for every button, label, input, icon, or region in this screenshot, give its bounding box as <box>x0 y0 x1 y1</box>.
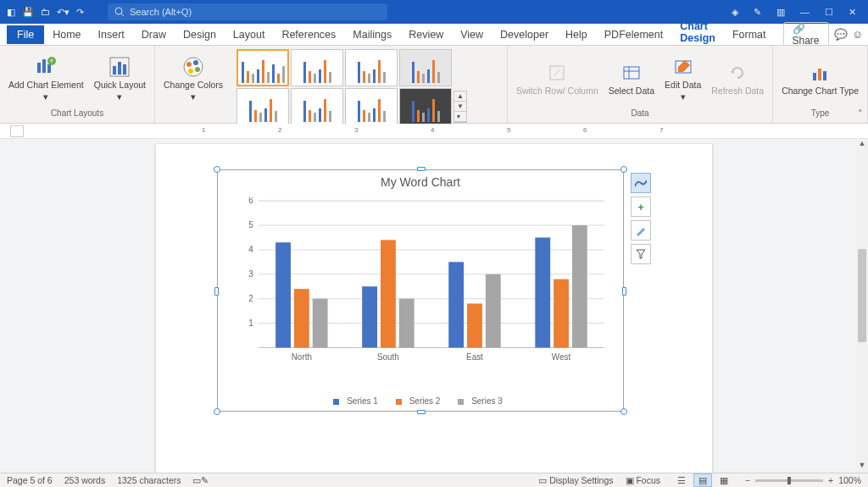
tab-developer[interactable]: Developer <box>492 29 557 41</box>
chart-styles-icon[interactable] <box>631 220 651 241</box>
svg-text:East: East <box>466 352 483 362</box>
comments-icon[interactable]: 💬 <box>834 28 848 41</box>
char-count[interactable]: 1325 characters <box>117 475 181 485</box>
chart-style-1[interactable] <box>236 49 289 86</box>
chart-style-5[interactable] <box>236 88 289 125</box>
group-data: Switch Row/ Column Select Data Edit Data… <box>508 46 773 123</box>
page-indicator[interactable]: Page 5 of 6 <box>7 475 53 485</box>
tab-file[interactable]: File <box>7 25 44 44</box>
svg-rect-17 <box>624 67 639 79</box>
svg-text:South: South <box>377 352 399 362</box>
view-print-icon[interactable]: ▤ <box>693 473 712 487</box>
svg-rect-22 <box>818 69 821 80</box>
chart-style-2[interactable] <box>291 49 343 86</box>
resize-handle[interactable] <box>417 167 426 171</box>
change-chart-type-button[interactable]: Change Chart Type <box>778 59 862 98</box>
share-button[interactable]: 🔗 Share <box>783 22 829 47</box>
chart-layout-options-icon[interactable] <box>631 173 651 193</box>
edit-data-button[interactable]: Edit Data▾ <box>661 53 704 103</box>
switch-row-column-button: Switch Row/ Column <box>513 59 602 98</box>
tab-references[interactable]: References <box>273 29 344 41</box>
gallery-scroll[interactable]: ▲▼▾ <box>453 91 467 123</box>
view-web-icon[interactable]: ▦ <box>715 473 733 487</box>
chart-legend[interactable]: Series 1 Series 2 Series 3 <box>218 396 623 406</box>
svg-text:2: 2 <box>248 294 253 303</box>
resize-handle[interactable] <box>214 166 220 173</box>
quick-layout-button[interactable]: Quick Layout▾ <box>91 53 149 103</box>
folder-icon[interactable]: 🗀 <box>41 7 50 18</box>
focus-mode[interactable]: ▣ Focus <box>626 475 661 485</box>
tab-pdfelement[interactable]: PDFelement <box>596 29 671 41</box>
undo-icon[interactable]: ↶▾ <box>57 7 70 18</box>
resize-handle[interactable] <box>214 408 220 415</box>
chart-style-6[interactable] <box>291 88 343 125</box>
pen-icon[interactable]: ✎ <box>754 7 761 18</box>
view-read-icon[interactable]: ☰ <box>672 473 691 487</box>
feedback-icon[interactable]: ☺ <box>853 29 864 41</box>
ruler-corner[interactable] <box>10 125 24 137</box>
tab-insert[interactable]: Insert <box>90 29 133 41</box>
chart-style-8[interactable] <box>399 88 452 125</box>
svg-point-14 <box>195 67 200 72</box>
tab-chart-design[interactable]: Chart Design <box>671 20 724 48</box>
display-settings[interactable]: ▭ Display Settings <box>538 475 613 485</box>
ribbon-display-icon[interactable]: ▥ <box>776 7 785 18</box>
scroll-down-icon[interactable]: ▼ <box>856 461 868 473</box>
tab-help[interactable]: Help <box>557 29 596 41</box>
vertical-scrollbar[interactable]: ▲ ▼ <box>856 139 868 473</box>
resize-handle[interactable] <box>214 287 219 296</box>
page[interactable]: My Word Chart 123456NorthSouthEastWest S… <box>156 144 712 473</box>
spellcheck-icon[interactable]: ▭✎ <box>192 475 209 485</box>
ruler-track[interactable]: 1 2 3 4 5 6 7 <box>142 125 868 137</box>
tab-mailings[interactable]: Mailings <box>344 29 400 41</box>
chart-style-7[interactable] <box>345 88 398 125</box>
tab-review[interactable]: Review <box>400 29 452 41</box>
zoom-out-icon[interactable]: − <box>745 475 750 485</box>
maximize-icon[interactable]: ☐ <box>825 7 833 18</box>
zoom-level[interactable]: 100% <box>838 475 861 485</box>
svg-rect-10 <box>123 64 126 75</box>
tab-view[interactable]: View <box>452 29 492 41</box>
svg-rect-21 <box>813 73 816 80</box>
zoom-control[interactable]: − + 100% <box>745 475 861 485</box>
redo-icon[interactable]: ↷ <box>76 7 84 18</box>
collapse-ribbon-icon[interactable]: ˄ <box>858 108 863 119</box>
tab-draw[interactable]: Draw <box>133 29 175 41</box>
resize-handle[interactable] <box>622 287 626 296</box>
save-icon[interactable]: 💾 <box>22 7 34 18</box>
chart-filters-icon[interactable] <box>631 244 651 264</box>
refresh-data-button: Refresh Data <box>708 59 767 98</box>
search-box[interactable]: Search (Alt+Q) <box>108 3 387 20</box>
zoom-in-icon[interactable]: + <box>828 475 833 485</box>
chart-style-4[interactable] <box>399 49 452 86</box>
svg-rect-45 <box>448 262 464 347</box>
close-icon[interactable]: ✕ <box>849 7 856 18</box>
diamond-icon[interactable]: ◈ <box>732 7 738 18</box>
resize-handle[interactable] <box>620 166 627 173</box>
chart-style-3[interactable] <box>345 49 398 86</box>
chart-plot-area[interactable]: 123456NorthSouthEastWest <box>242 197 611 363</box>
svg-text:West: West <box>552 352 571 362</box>
chart-title[interactable]: My Word Chart <box>218 170 623 189</box>
zoom-slider[interactable] <box>755 479 823 482</box>
word-count[interactable]: 253 words <box>64 475 105 485</box>
chart-styles-gallery[interactable]: ▲▼▾ <box>236 49 502 125</box>
autosave-icon[interactable]: ◧ <box>7 7 15 18</box>
select-data-button[interactable]: Select Data <box>605 59 658 98</box>
change-colors-button[interactable]: Change Colors▾ <box>160 53 226 103</box>
minimize-icon[interactable]: — <box>800 7 810 18</box>
tab-layout[interactable]: Layout <box>225 29 274 41</box>
scroll-up-icon[interactable]: ▲ <box>856 139 868 151</box>
chart-object[interactable]: My Word Chart 123456NorthSouthEastWest S… <box>217 169 624 412</box>
tab-design[interactable]: Design <box>175 29 225 41</box>
tab-format[interactable]: Format <box>724 29 775 41</box>
svg-rect-47 <box>486 274 501 348</box>
scroll-thumb[interactable] <box>858 249 866 342</box>
resize-handle[interactable] <box>417 410 426 414</box>
svg-text:5: 5 <box>248 220 253 230</box>
window-controls: ◈ ✎ ▥ — ☐ ✕ <box>720 7 868 18</box>
chart-elements-icon[interactable]: + <box>631 196 651 217</box>
add-chart-element-button[interactable]: + Add Chart Element▾ <box>5 53 87 103</box>
resize-handle[interactable] <box>620 408 627 415</box>
tab-home[interactable]: Home <box>44 29 89 41</box>
